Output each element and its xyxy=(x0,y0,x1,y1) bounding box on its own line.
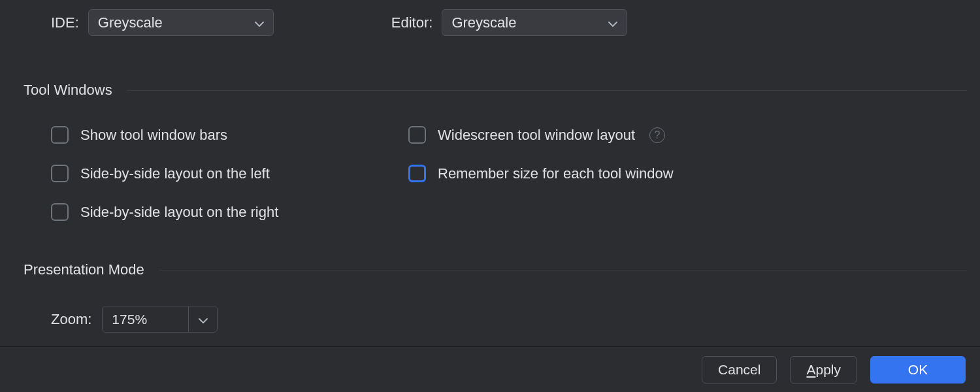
side-by-side-left-label: Side-by-side layout on the left xyxy=(80,165,270,182)
ide-label: IDE: xyxy=(51,14,79,31)
remember-size-checkbox[interactable] xyxy=(408,165,426,182)
chevron-down-icon xyxy=(255,15,264,31)
editor-select[interactable]: Greyscale xyxy=(442,9,627,36)
editor-label: Editor: xyxy=(391,14,433,31)
apply-button[interactable]: Apply xyxy=(790,356,857,384)
chevron-down-icon xyxy=(608,15,617,31)
tool-windows-section-header: Tool Windows xyxy=(24,82,967,99)
chevron-down-icon xyxy=(199,312,208,327)
show-tool-window-bars-checkbox[interactable] xyxy=(51,126,69,144)
zoom-dropdown-button[interactable] xyxy=(188,306,217,332)
widescreen-layout-label: Widescreen tool window layout xyxy=(438,127,635,144)
dialog-footer: Cancel Apply OK xyxy=(0,346,980,392)
presentation-mode-section-header: Presentation Mode xyxy=(24,261,967,278)
section-divider xyxy=(127,90,967,91)
zoom-label: Zoom: xyxy=(51,311,91,328)
help-icon[interactable]: ? xyxy=(649,127,665,143)
ide-select[interactable]: Greyscale xyxy=(88,9,274,36)
section-divider xyxy=(159,270,967,270)
side-by-side-right-label: Side-by-side layout on the right xyxy=(80,204,278,221)
remember-size-label: Remember size for each tool window xyxy=(438,165,674,182)
ide-select-value: Greyscale xyxy=(98,14,163,31)
cancel-button[interactable]: Cancel xyxy=(702,356,777,384)
zoom-input-group: 175% xyxy=(102,306,218,333)
presentation-mode-title: Presentation Mode xyxy=(24,261,144,278)
editor-select-value: Greyscale xyxy=(451,14,516,31)
show-tool-window-bars-label: Show tool window bars xyxy=(80,127,227,144)
ok-button[interactable]: OK xyxy=(870,356,966,384)
apply-mnemonic: A xyxy=(806,362,815,378)
side-by-side-left-checkbox[interactable] xyxy=(51,165,69,182)
widescreen-layout-checkbox[interactable] xyxy=(408,126,426,144)
tool-windows-title: Tool Windows xyxy=(24,82,112,99)
side-by-side-right-checkbox[interactable] xyxy=(51,203,69,221)
zoom-input[interactable]: 175% xyxy=(103,306,188,332)
apply-suffix: pply xyxy=(815,362,841,378)
